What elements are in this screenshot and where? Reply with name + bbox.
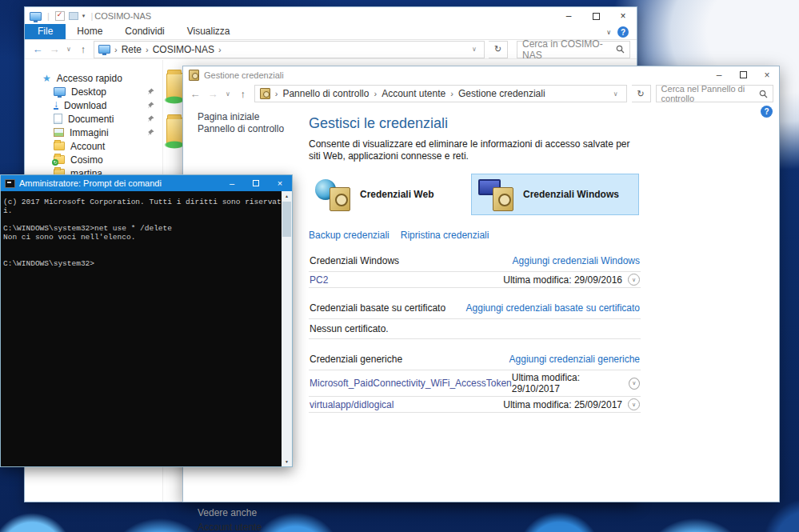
sidebar-item-accesso-rapido[interactable]: ★ Accesso rapido [25,71,162,85]
credential-manager-icon [260,88,270,99]
recent-locations-icon[interactable]: ∨ [224,90,232,98]
back-button[interactable]: ← [189,88,202,100]
maximize-button[interactable] [582,7,609,25]
account-utente-link[interactable]: Account utente [198,522,262,532]
sidebar-item-label: Desktop [71,86,106,98]
sidebar-item-cosimo[interactable]: ↻ Cosimo [25,153,162,166]
folder-sync-icon: ↻ [54,155,65,164]
credential-row-pc2[interactable]: PC2 Ultima modifica: 29/09/2016 ∨ [309,272,641,288]
refresh-button[interactable]: ↻ [489,41,508,58]
expand-chevron-icon[interactable]: ∨ [628,398,640,410]
cmd-scrollbar[interactable]: ▲ ▼ [282,191,292,466]
forward-button[interactable]: → [48,43,61,55]
desktop-wallpaper: | ▾ | COSIMO-NAS – × File Home Condividi… [0,0,799,532]
control-panel-search-input[interactable]: Cerca nel Pannello di controllo [656,85,773,102]
document-icon [54,114,62,124]
explorer-titlebar: | ▾ | COSIMO-NAS – × [25,7,637,25]
tab-file[interactable]: File [25,24,66,39]
maximize-button[interactable] [731,66,755,83]
tile-credenziali-web[interactable]: Credenziali Web [309,174,471,215]
recent-locations-icon[interactable]: ∨ [65,46,73,53]
add-windows-credential-link[interactable]: Aggiungi credenziali Windows [513,255,640,266]
breadcrumb-rete[interactable]: Rete [122,44,142,55]
section-title: Credenziali Windows [310,255,399,266]
credential-row-wifi-token[interactable]: Microsoft_PaidConnectivity_WiFi_AccessTo… [309,370,641,397]
expand-chevron-icon[interactable]: ∨ [628,274,640,286]
explorer-navigation-bar: ← → ∨ ↑ › Rete › COSIMO-NAS › ∨ ↻ Cerca … [25,40,637,59]
tab-condividi[interactable]: Condividi [114,24,175,39]
minimize-button[interactable]: – [220,175,244,191]
scroll-up-icon[interactable]: ▲ [282,191,292,201]
cmd-line: i. [3,206,279,215]
web-credentials-icon [315,178,352,211]
explorer-search-input[interactable]: Cerca in COSIMO-NAS [517,41,630,58]
credential-name[interactable]: Microsoft_PaidConnectivity_WiFi_AccessTo… [310,378,512,389]
computer-icon [30,12,42,21]
tab-visualizza[interactable]: Visualizza [176,24,242,39]
help-button[interactable]: ? [617,26,629,38]
breadcrumb-separator: › [218,45,222,54]
cmd-output[interactable]: (c) 2017 Microsoft Corporation. Tutti i … [1,191,282,466]
refresh-button[interactable]: ↻ [632,85,651,102]
search-placeholder: Cerca nel Pannello di controllo [661,84,759,103]
collapse-ribbon-icon[interactable]: ∨ [606,29,611,36]
backup-credentials-link[interactable]: Backup credenziali [309,230,390,241]
close-button[interactable]: × [609,7,637,25]
network-location-icon [98,45,110,54]
back-button[interactable]: ← [31,43,44,55]
credman-titlebar: Gestione credenziali – × [183,66,779,83]
cmd-line [3,250,279,259]
minimize-button[interactable]: – [555,7,582,25]
credential-row-virtualapp[interactable]: virtualapp/didlogical Ultima modifica: 2… [309,397,641,413]
cmd-prompt-line: C:\WINDOWS\system32> [3,259,279,268]
new-folder-icon[interactable] [69,12,78,20]
minimize-button[interactable]: – [707,66,731,83]
sidebar-item-download[interactable]: ↓ Download [25,98,162,112]
add-generic-credential-link[interactable]: Aggiungi credenziali generiche [509,354,640,365]
scrollbar-thumb[interactable] [282,202,291,237]
credential-name[interactable]: virtualapp/didlogical [310,399,503,410]
safe-icon [493,187,513,211]
breadcrumb-pannello-di-controllo[interactable]: Pannello di controllo [282,88,369,99]
tile-credenziali-windows[interactable]: Credenziali Windows [471,174,639,215]
up-button[interactable]: ↑ [77,43,90,55]
up-button[interactable]: ↑ [237,88,250,100]
forward-button[interactable]: → [206,88,219,100]
maximize-icon [593,13,600,20]
add-certificate-credential-link[interactable]: Aggiungi credenziali basate su certifica… [466,302,640,314]
help-button[interactable]: ? [761,106,773,118]
cmd-line [3,242,279,250]
scroll-down-icon[interactable]: ▼ [282,457,292,466]
sidebar-item-desktop[interactable]: Desktop [25,85,162,98]
properties-icon[interactable] [55,11,65,21]
sidebar-item-account[interactable]: Account [25,139,162,153]
address-bar[interactable]: › Pannello di controllo › Account utente… [254,85,627,102]
address-dropdown-icon[interactable]: ∨ [472,46,480,53]
sidebar-item-documenti[interactable]: Documenti [25,112,162,126]
control-panel-home-link[interactable]: Pagina iniziale Pannello di controllo [198,111,295,135]
sidebar-item-label: Cosimo [70,154,103,166]
sidebar-item-immagini[interactable]: Immagini [25,126,162,139]
maximize-button[interactable] [244,175,268,191]
expand-chevron-icon[interactable]: ∨ [629,378,640,390]
breadcrumb-gestione-credenziali[interactable]: Gestione credenziali [458,88,545,99]
separator: | [89,11,94,21]
customize-toolbar-caret-icon[interactable]: ▾ [82,13,86,19]
address-bar[interactable]: › Rete › COSIMO-NAS › ∨ [94,41,485,58]
breadcrumb-account-utente[interactable]: Account utente [382,88,445,99]
credential-name[interactable]: PC2 [310,274,503,286]
pin-icon [147,86,154,98]
quick-access-star-icon: ★ [42,73,51,84]
breadcrumb-separator: › [146,45,149,54]
cmd-line: (c) 2017 Microsoft Corporation. Tutti i … [3,198,279,206]
maximize-icon [740,71,747,78]
close-button[interactable]: × [268,175,292,191]
restore-credentials-link[interactable]: Ripristina credenziali [401,230,489,241]
pictures-icon [54,128,64,137]
address-dropdown-icon[interactable]: ∨ [613,90,621,98]
credman-navigation-bar: ← → ∨ ↑ › Pannello di controllo › Accoun… [183,83,779,104]
tab-home[interactable]: Home [66,24,114,39]
breadcrumb-separator: › [275,89,278,98]
close-button[interactable]: × [755,66,779,83]
breadcrumb-cosimo-nas[interactable]: COSIMO-NAS [153,44,214,55]
